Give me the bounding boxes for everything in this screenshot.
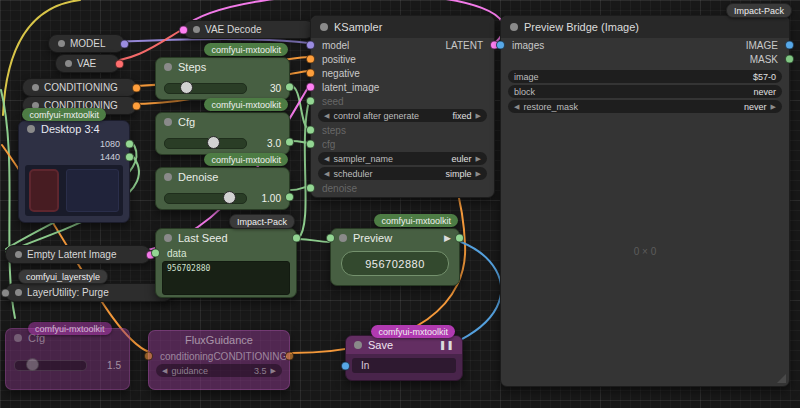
slider-knob[interactable] <box>207 136 220 149</box>
conditioning-output-slot[interactable] <box>285 352 294 361</box>
width-output-slot[interactable] <box>125 139 134 148</box>
collapse-dot[interactable] <box>193 26 200 33</box>
collapse-dot[interactable] <box>15 289 22 296</box>
slider-knob[interactable] <box>223 191 236 204</box>
node-ksampler[interactable]: KSampler modelLATENT positive negative l… <box>310 15 495 198</box>
seed-input-slot[interactable] <box>306 97 315 106</box>
mask-output-slot[interactable] <box>785 55 794 64</box>
image-widget[interactable]: image$57-0 <box>508 70 782 83</box>
image-output-slot[interactable] <box>785 41 794 50</box>
control-after-generate-widget[interactable]: ◀control after generatefixed▶ <box>318 109 487 122</box>
preview-input-slot[interactable] <box>326 234 335 243</box>
guidance-widget[interactable]: ◀guidance3.5▶ <box>156 364 282 377</box>
steps-slider[interactable] <box>164 83 247 94</box>
combo-next-icon[interactable]: ▶ <box>476 170 481 177</box>
pause-icon[interactable]: ❚❚ <box>439 340 454 350</box>
seed-output-slot[interactable] <box>292 234 301 243</box>
combo-prev-icon[interactable]: ◀ <box>162 367 167 374</box>
node-vae[interactable]: VAE <box>55 54 120 73</box>
slider-knob[interactable] <box>26 358 39 371</box>
steps-output-slot[interactable] <box>285 82 294 91</box>
positive-input-slot[interactable] <box>306 55 315 64</box>
node-denoise[interactable]: Denoise 1.00 <box>155 167 290 210</box>
vae-output-slot[interactable] <box>115 59 124 68</box>
node-graph-canvas[interactable]: Impact-Pack VAE Decode MODEL VAE CONDITI… <box>0 0 800 408</box>
collapse-dot[interactable] <box>58 40 65 47</box>
conditioning-a-output-slot[interactable] <box>132 83 141 92</box>
preview-value-box: 956702880 <box>341 251 449 276</box>
cfg-slider[interactable] <box>164 138 247 149</box>
sampler-name-widget[interactable]: ◀sampler_nameeuler▶ <box>318 152 487 165</box>
denoise-output-slot[interactable] <box>285 192 294 201</box>
slider-knob[interactable] <box>180 81 193 94</box>
node-layerutility-purge[interactable]: LayerUtility: Purge <box>5 283 173 302</box>
block-widget[interactable]: blocknever <box>508 85 782 98</box>
combo-prev-icon[interactable]: ◀ <box>324 112 329 119</box>
play-icon[interactable]: ▶ <box>444 233 451 243</box>
widget-value: fixed <box>453 111 472 121</box>
collapse-dot[interactable] <box>15 251 22 258</box>
combo-next-icon[interactable]: ▶ <box>271 367 276 374</box>
widget-label: block <box>514 87 535 97</box>
conditioning-b-output-slot[interactable] <box>132 101 141 110</box>
cfg-output-slot[interactable] <box>285 137 294 146</box>
cfg-input-slot[interactable] <box>306 140 315 149</box>
restore-mask-widget[interactable]: ◀restore_masknever▶ <box>508 100 782 113</box>
data-input-slot[interactable] <box>151 249 160 258</box>
collapse-dot[interactable] <box>32 84 39 91</box>
node-cfg[interactable]: Cfg 3.0 <box>155 112 290 155</box>
node-save[interactable]: Save❚❚ In <box>345 335 463 381</box>
combo-next-icon[interactable]: ▶ <box>476 155 481 162</box>
node-cfg-bypassed[interactable]: Cfg 1.5 <box>5 328 130 390</box>
node-empty-latent-image[interactable]: Empty Latent Image <box>5 245 151 264</box>
collapse-dot[interactable] <box>164 63 172 71</box>
model-input-slot[interactable] <box>306 41 315 50</box>
in-input-slot[interactable] <box>341 361 350 370</box>
denoise-input-slot[interactable] <box>306 184 315 193</box>
height-output-slot[interactable] <box>125 152 134 161</box>
node-desktop-3-4[interactable]: Desktop 3:4 1080 1440 <box>18 120 130 223</box>
combo-prev-icon[interactable]: ◀ <box>324 155 329 162</box>
collapse-dot[interactable] <box>354 341 362 349</box>
combo-prev-icon[interactable]: ◀ <box>514 103 519 110</box>
collapse-dot[interactable] <box>164 234 172 242</box>
input-label: cfg <box>322 139 335 150</box>
cfg-bypassed-slider[interactable] <box>14 360 87 371</box>
collapse-dot[interactable] <box>14 334 22 342</box>
combo-prev-icon[interactable]: ◀ <box>324 170 329 177</box>
collapse-dot[interactable] <box>510 23 518 31</box>
node-conditioning-a[interactable]: CONDITIONING <box>22 78 137 97</box>
collapse-dot[interactable] <box>164 118 172 126</box>
node-vae-decode[interactable]: VAE Decode <box>183 20 315 39</box>
collapse-dot[interactable] <box>339 234 347 242</box>
node-steps[interactable]: Steps 30 <box>155 57 290 100</box>
images-input-slot[interactable] <box>496 41 505 50</box>
conditioning-input-slot[interactable] <box>144 352 153 361</box>
collapse-dot[interactable] <box>27 125 35 133</box>
node-last-seed[interactable]: Last Seed data 956702880 <box>155 228 297 298</box>
steps-input-slot[interactable] <box>306 126 315 135</box>
collapse-dot[interactable] <box>164 173 172 181</box>
model-output-slot[interactable] <box>120 39 129 48</box>
denoise-slider[interactable] <box>164 193 247 204</box>
combo-next-icon[interactable]: ▶ <box>771 103 776 110</box>
combo-next-icon[interactable]: ▶ <box>476 112 481 119</box>
preview-output-slot[interactable] <box>455 234 464 243</box>
resize-handle[interactable] <box>777 374 786 383</box>
collapse-dot[interactable] <box>65 60 72 67</box>
node-title: KSampler <box>334 21 382 33</box>
negative-input-slot[interactable] <box>306 69 315 78</box>
node-title: LayerUtility: Purge <box>27 287 109 298</box>
scheduler-widget[interactable]: ◀schedulersimple▶ <box>318 167 487 180</box>
node-fluxguidance[interactable]: FluxGuidance conditioningCONDITIONING ◀g… <box>148 330 290 390</box>
slider-value: 3.0 <box>253 138 281 149</box>
vae-decode-input-slot[interactable] <box>179 25 188 34</box>
node-title: Last Seed <box>178 232 228 244</box>
latent-image-input-slot[interactable] <box>306 83 315 92</box>
node-preview-bridge[interactable]: Preview Bridge (Image) imagesIMAGE MASK … <box>500 15 790 387</box>
collapse-dot[interactable] <box>320 23 328 31</box>
data-textarea[interactable]: 956702880 <box>162 261 290 295</box>
node-preview[interactable]: Preview▶ 956702880 <box>330 228 460 286</box>
node-model[interactable]: MODEL <box>48 34 125 53</box>
purge-input-slot[interactable] <box>1 288 10 297</box>
